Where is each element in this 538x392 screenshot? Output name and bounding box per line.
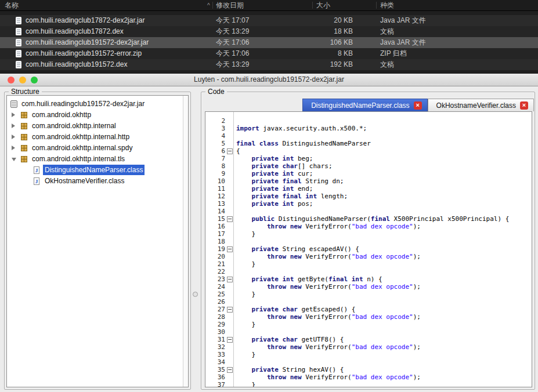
code-text: } bbox=[233, 321, 255, 328]
zoom-window-button[interactable] bbox=[31, 77, 38, 84]
tree-package-item[interactable]: com.android.okhttp.internal.spdy bbox=[7, 143, 182, 154]
expand-arrow-icon[interactable] bbox=[12, 135, 15, 139]
code-line: 35 private String hexAV() { bbox=[205, 366, 532, 373]
fold-marker-icon[interactable] bbox=[225, 223, 233, 230]
fold-marker-icon[interactable] bbox=[225, 155, 233, 162]
column-header-kind[interactable]: 种类 bbox=[380, 0, 394, 11]
editor-tab[interactable]: OkHostnameVerifier.class × bbox=[428, 99, 534, 111]
editor-tab[interactable]: DistinguishedNameParser.class × bbox=[302, 99, 427, 111]
expand-arrow-icon[interactable] bbox=[12, 158, 16, 161]
tree-package-item[interactable]: com.android.okhttp.internal.http bbox=[7, 132, 182, 143]
fold-marker-icon[interactable] bbox=[225, 208, 233, 215]
code-line: 34 bbox=[205, 358, 532, 366]
fold-marker-icon[interactable] bbox=[225, 283, 233, 291]
code-line: 3 import javax.security.auth.x500.*; bbox=[205, 125, 532, 132]
finder-file-row[interactable]: com.huili.readingclub17872-dex2jar.jar 今… bbox=[0, 15, 538, 26]
fold-marker-icon[interactable] bbox=[225, 238, 233, 245]
fold-marker-icon[interactable] bbox=[225, 351, 233, 358]
column-header-name[interactable]: 名称 bbox=[5, 0, 19, 11]
tree-class-item[interactable]: J OkHostnameVerifier.class bbox=[7, 176, 182, 187]
document-icon bbox=[16, 17, 21, 24]
minimize-window-button[interactable] bbox=[19, 77, 26, 84]
column-separator[interactable] bbox=[312, 2, 313, 9]
tree-item-label: com.huili.readingclub191572-dex2jar.jar bbox=[20, 99, 146, 109]
java-class-icon: J bbox=[34, 166, 39, 174]
code-panel: Code DistinguishedNameParser.class × OkH… bbox=[201, 92, 535, 390]
fold-marker-icon[interactable] bbox=[225, 373, 233, 381]
code-line: 36 throw new VerifyError("bad dex opcode… bbox=[205, 373, 532, 381]
column-header-date[interactable]: 修改日期 bbox=[216, 0, 244, 11]
finder-file-row[interactable]: com.huili.readingclub191572-error.zip 今天… bbox=[0, 48, 538, 59]
fold-marker-icon[interactable] bbox=[225, 200, 233, 208]
structure-tree[interactable]: com.huili.readingclub191572-dex2jar.jar … bbox=[6, 95, 189, 387]
fold-marker-icon[interactable] bbox=[225, 313, 233, 321]
code-text bbox=[233, 132, 236, 140]
fold-marker-icon[interactable] bbox=[225, 215, 233, 223]
luyten-titlebar[interactable]: Luyten - com.huili.readingclub191572-dex… bbox=[0, 74, 538, 86]
column-header-size[interactable]: 大小 bbox=[316, 0, 330, 11]
finder-file-row[interactable]: com.huili.readingclub191572.dex 今天 13:29… bbox=[0, 59, 538, 70]
finder-file-row[interactable]: com.huili.readingclub191572-dex2jar.jar … bbox=[0, 37, 538, 48]
fold-marker-icon[interactable] bbox=[225, 358, 233, 366]
fold-marker-icon[interactable] bbox=[225, 170, 233, 177]
code-text: throw new VerifyError("bad dex opcode"); bbox=[233, 253, 421, 260]
file-kind: Java JAR 文件 bbox=[380, 37, 426, 48]
code-lines: 2 3 import javax.security.auth.x500.*; 4… bbox=[205, 112, 532, 387]
fold-marker-icon[interactable] bbox=[225, 381, 233, 387]
fold-marker-icon[interactable] bbox=[225, 328, 233, 336]
fold-marker-icon[interactable] bbox=[225, 140, 233, 147]
fold-marker-icon[interactable] bbox=[225, 291, 233, 298]
fold-marker-icon[interactable] bbox=[225, 321, 233, 328]
panel-splitter[interactable] bbox=[191, 87, 201, 392]
line-number: 27 bbox=[205, 306, 225, 313]
sort-ascending-icon[interactable]: ^ bbox=[207, 0, 210, 11]
line-number: 19 bbox=[205, 245, 225, 253]
file-size: 20 KB bbox=[302, 15, 353, 26]
close-window-button[interactable] bbox=[8, 77, 15, 84]
tree-item-label: com.android.okhttp.internal.http bbox=[30, 132, 131, 142]
fold-marker-icon[interactable] bbox=[225, 306, 233, 313]
tree-package-item[interactable]: com.android.okhttp.internal.tls bbox=[7, 154, 182, 165]
tab-close-icon[interactable]: × bbox=[414, 101, 422, 110]
fold-marker-icon[interactable] bbox=[225, 177, 233, 185]
fold-marker-icon[interactable] bbox=[225, 275, 233, 283]
tree-package-item[interactable]: com.android.okhttp.internal bbox=[7, 121, 182, 132]
finder-file-row[interactable]: com.huili.readingclub17872.dex 今天 13:29 … bbox=[0, 26, 538, 37]
code-text: } bbox=[233, 230, 255, 238]
fold-marker-icon[interactable] bbox=[225, 366, 233, 373]
tree-package-item[interactable]: com.android.okhttp bbox=[7, 110, 182, 121]
fold-marker-icon[interactable] bbox=[225, 147, 233, 155]
fold-marker-icon[interactable] bbox=[225, 298, 233, 306]
package-icon bbox=[21, 123, 27, 129]
fold-marker-icon[interactable] bbox=[225, 260, 233, 268]
fold-marker-icon[interactable] bbox=[225, 193, 233, 200]
tree-scrollbar[interactable] bbox=[183, 96, 188, 387]
fold-marker-icon[interactable] bbox=[225, 117, 233, 125]
fold-marker-icon[interactable] bbox=[225, 343, 233, 351]
code-line: 31 private char getUTF8() { bbox=[205, 336, 532, 343]
splitter-handle-icon[interactable] bbox=[193, 292, 198, 297]
tree-class-item[interactable]: J DistinguishedNameParser.class bbox=[7, 165, 182, 176]
fold-marker-icon[interactable] bbox=[225, 336, 233, 343]
column-separator[interactable] bbox=[212, 2, 213, 9]
code-editor[interactable]: 2 3 import javax.security.auth.x500.*; 4… bbox=[205, 111, 532, 387]
fold-marker-icon[interactable] bbox=[225, 185, 233, 193]
expand-arrow-icon[interactable] bbox=[12, 112, 15, 117]
expand-arrow-icon[interactable] bbox=[12, 146, 15, 150]
fold-marker-icon[interactable] bbox=[225, 162, 233, 170]
expand-arrow-icon[interactable] bbox=[12, 124, 15, 128]
fold-marker-icon[interactable] bbox=[225, 268, 233, 275]
tab-label: OkHostnameVerifier.class bbox=[436, 101, 516, 110]
fold-marker-icon[interactable] bbox=[225, 245, 233, 253]
fold-marker-icon[interactable] bbox=[225, 253, 233, 260]
line-number: 7 bbox=[205, 155, 225, 162]
column-separator[interactable] bbox=[376, 2, 377, 9]
code-text bbox=[233, 208, 236, 215]
tree-root-item[interactable]: com.huili.readingclub191572-dex2jar.jar bbox=[7, 99, 182, 110]
file-kind: ZIP 归档 bbox=[380, 48, 407, 59]
fold-marker-icon[interactable] bbox=[225, 230, 233, 238]
fold-marker-icon[interactable] bbox=[225, 125, 233, 132]
file-date: 今天 13:29 bbox=[216, 59, 249, 70]
tab-close-icon[interactable]: × bbox=[520, 101, 528, 110]
fold-marker-icon[interactable] bbox=[225, 132, 233, 140]
